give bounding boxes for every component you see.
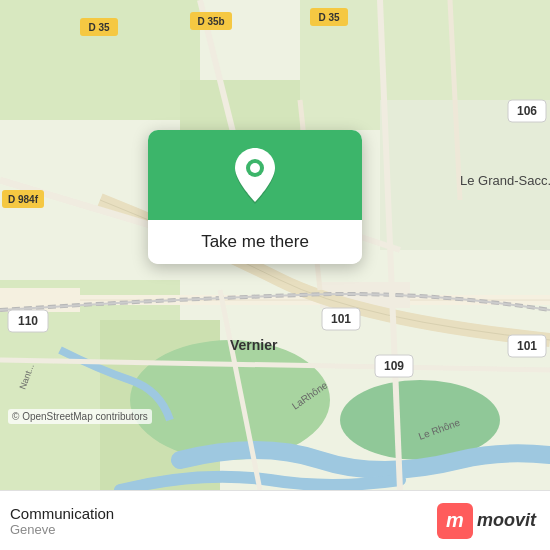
osm-attribution: © OpenStreetMap contributors bbox=[8, 409, 152, 424]
location-info: Communication Geneve bbox=[10, 505, 114, 537]
popup-header bbox=[148, 130, 362, 220]
svg-text:101: 101 bbox=[517, 339, 537, 353]
svg-point-46 bbox=[250, 163, 260, 173]
svg-text:110: 110 bbox=[18, 314, 38, 328]
moovit-logo[interactable]: m moovit bbox=[437, 503, 536, 539]
location-name: Communication bbox=[10, 505, 114, 522]
bottom-bar: Communication Geneve m moovit bbox=[0, 490, 550, 550]
svg-text:Vernier: Vernier bbox=[230, 337, 278, 353]
svg-text:Le Grand-Sacc...: Le Grand-Sacc... bbox=[460, 173, 550, 188]
location-pin-icon bbox=[231, 148, 279, 206]
moovit-m-icon: m bbox=[437, 503, 473, 539]
svg-text:109: 109 bbox=[384, 359, 404, 373]
svg-text:101: 101 bbox=[331, 312, 351, 326]
moovit-text: moovit bbox=[477, 510, 536, 531]
svg-text:D 35: D 35 bbox=[318, 12, 340, 23]
take-me-there-button[interactable]: Take me there bbox=[148, 220, 362, 264]
svg-text:D 35b: D 35b bbox=[197, 16, 224, 27]
svg-text:D 35: D 35 bbox=[88, 22, 110, 33]
map-container: D 35 D 35b D 35 D 984f 110 101 106 101 1… bbox=[0, 0, 550, 490]
svg-text:106: 106 bbox=[517, 104, 537, 118]
popup-card: Take me there bbox=[148, 130, 362, 264]
svg-text:D 984f: D 984f bbox=[8, 194, 39, 205]
location-city: Geneve bbox=[10, 522, 114, 537]
